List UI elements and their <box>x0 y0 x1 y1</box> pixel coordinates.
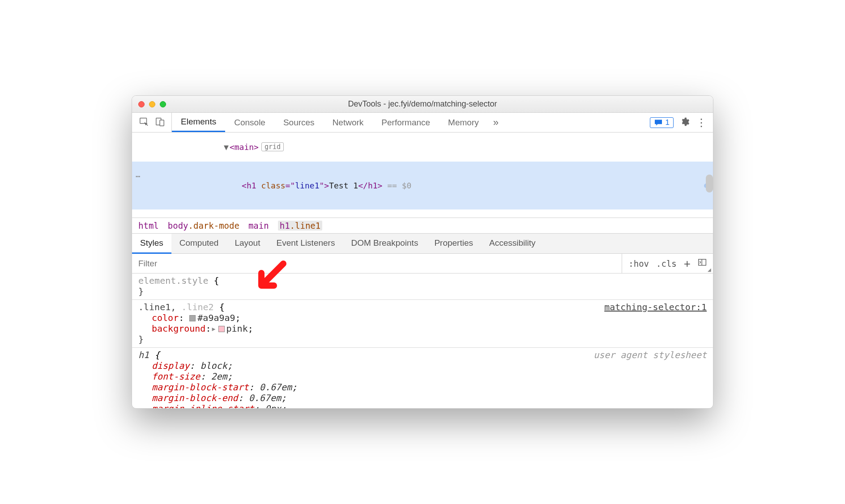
rule-line1-line2[interactable]: .line1, .line2 { matching-selector:1 col… <box>132 300 713 348</box>
toggle-cls-button[interactable]: .cls <box>656 259 677 269</box>
dom-row[interactable]: <h1 class="line2">Test 2</h1> <box>132 209 713 218</box>
styles-pane[interactable]: element.style { } .line1, .line2 { match… <box>132 273 713 408</box>
resize-corner-icon[interactable]: ◢ <box>708 267 711 272</box>
toggle-hov-button[interactable]: :hov <box>628 259 649 269</box>
css-declaration[interactable]: background:▸pink; <box>138 323 707 334</box>
layout-badge[interactable]: grid <box>261 142 284 151</box>
subtab-properties[interactable]: Properties <box>426 234 481 253</box>
breadcrumb-item[interactable]: html <box>138 221 159 231</box>
inspect-element-icon[interactable] <box>139 117 149 128</box>
user-agent-label: user agent stylesheet <box>593 350 707 360</box>
subtab-dom-breakpoints[interactable]: DOM Breakpoints <box>343 234 426 253</box>
device-toggle-icon[interactable] <box>155 117 165 128</box>
css-declaration: margin-block-start: 0.67em; <box>138 382 707 393</box>
minimize-window-button[interactable] <box>149 101 155 107</box>
styles-filter-input[interactable] <box>132 259 622 269</box>
rule-element-style[interactable]: element.style { } <box>132 273 713 300</box>
tab-sources[interactable]: Sources <box>274 113 324 132</box>
console-messages-badge[interactable]: 1 <box>650 117 674 128</box>
styles-subtabs: Styles Computed Layout Event Listeners D… <box>132 234 713 254</box>
subtab-layout[interactable]: Layout <box>226 234 268 253</box>
close-window-button[interactable] <box>138 101 145 107</box>
tab-network[interactable]: Network <box>324 113 373 132</box>
subtab-computed[interactable]: Computed <box>171 234 227 253</box>
css-declaration: display: block; <box>138 360 707 371</box>
subtab-event-listeners[interactable]: Event Listeners <box>268 234 343 253</box>
expand-shorthand-icon[interactable]: ▸ <box>211 323 216 334</box>
window-title: DevTools - jec.fyi/demo/matching-selecto… <box>132 99 713 109</box>
css-declaration[interactable]: color: #a9a9a9; <box>138 312 707 323</box>
css-declaration: margin-block-end: 0.67em; <box>138 393 707 403</box>
devtools-window: DevTools - jec.fyi/demo/matching-selecto… <box>132 95 713 409</box>
toggle-sidebar-icon[interactable] <box>698 258 707 269</box>
svg-rect-2 <box>160 120 164 126</box>
breadcrumb-item-selected[interactable]: h1.line1 <box>278 221 323 231</box>
dom-row-selected[interactable]: ⋯ <h1 class="line1">Test 1</h1> == $0 <box>132 162 713 209</box>
titlebar: DevTools - jec.fyi/demo/matching-selecto… <box>132 96 713 113</box>
svg-rect-0 <box>140 118 147 123</box>
tab-memory[interactable]: Memory <box>439 113 488 132</box>
color-swatch[interactable] <box>218 326 225 332</box>
styles-filter-bar: :hov .cls + ◢ <box>132 254 713 273</box>
breadcrumb: html body.dark-mode main h1.line1 <box>132 218 713 234</box>
expand-caret-icon[interactable]: ▼ <box>224 142 229 152</box>
tab-elements[interactable]: Elements <box>172 113 225 132</box>
svg-rect-3 <box>699 259 706 265</box>
subtab-styles[interactable]: Styles <box>132 234 171 254</box>
tabs-overflow-icon[interactable]: » <box>488 113 504 132</box>
scrollbar-thumb[interactable] <box>706 175 713 192</box>
breadcrumb-item[interactable]: body.dark-mode <box>168 221 239 231</box>
zoom-window-button[interactable] <box>160 101 166 107</box>
tab-performance[interactable]: Performance <box>372 113 439 132</box>
window-controls <box>138 101 166 107</box>
panel-tabs: Elements Console Sources Network Perform… <box>171 113 504 132</box>
css-declaration: font-size: 2em; <box>138 371 707 382</box>
rule-user-agent[interactable]: h1 { user agent stylesheet display: bloc… <box>132 348 713 408</box>
dom-tree[interactable]: ▼<main>grid ⋯ <h1 class="line1">Test 1</… <box>132 132 713 218</box>
source-link[interactable]: matching-selector:1 <box>604 302 707 312</box>
dom-row-main[interactable]: ▼<main>grid <box>132 132 713 162</box>
settings-icon[interactable] <box>680 117 690 128</box>
subtab-accessibility[interactable]: Accessibility <box>481 234 543 253</box>
console-messages-count: 1 <box>666 118 670 127</box>
breadcrumb-item[interactable]: main <box>248 221 269 231</box>
tab-console[interactable]: Console <box>225 113 274 132</box>
main-toolbar: Elements Console Sources Network Perform… <box>132 113 713 132</box>
color-swatch[interactable] <box>189 315 196 321</box>
css-declaration: margin-inline-start: 0px; <box>138 403 707 408</box>
ellipsis-icon[interactable]: ⋯ <box>136 171 141 181</box>
